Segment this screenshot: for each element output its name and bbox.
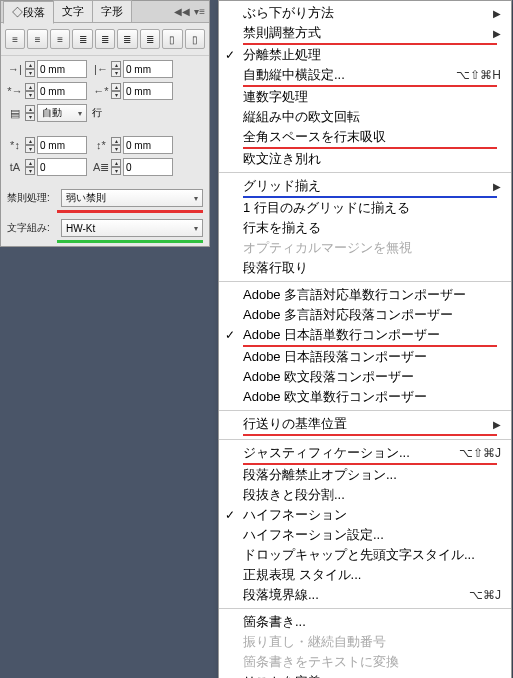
menu-roman-break[interactable]: 欧文泣き別れ — [219, 149, 511, 169]
menu-hyphenation[interactable]: ✓ハイフネーション — [219, 505, 511, 525]
menu-first-line-grid[interactable]: 1 行目のみグリッドに揃える — [219, 198, 511, 218]
indent-left-icon: →| — [7, 63, 23, 75]
check-icon: ✓ — [225, 508, 235, 522]
menu-grep-style[interactable]: 正規表現 スタイル... — [219, 565, 511, 585]
justify-center-button[interactable]: ≣ — [95, 29, 115, 49]
shortcut-label: ⌥⇧⌘H — [456, 68, 501, 82]
menu-optical-margin: オプティカルマージンを無視 — [219, 238, 511, 258]
last-indent-input[interactable] — [123, 82, 173, 100]
space-after-input[interactable] — [123, 136, 173, 154]
last-indent-icon: ←* — [93, 85, 109, 97]
justify-right-button[interactable]: ≣ — [117, 29, 137, 49]
space-before-input[interactable] — [37, 136, 87, 154]
menu-span-split-columns[interactable]: 段抜きと段分割... — [219, 485, 511, 505]
submenu-arrow-icon: ▶ — [493, 8, 501, 19]
menu-burasagari[interactable]: ぶら下がり方法▶ — [219, 3, 511, 23]
unit-label: 行 — [92, 106, 102, 120]
collapse-icon[interactable]: ◀◀ — [174, 6, 190, 17]
justify-left-button[interactable]: ≣ — [72, 29, 92, 49]
align-right-button[interactable]: ≡ — [50, 29, 70, 49]
submenu-arrow-icon: ▶ — [493, 419, 501, 430]
dropcap-lines-input[interactable] — [37, 158, 87, 176]
menu-separator — [219, 172, 511, 173]
justify-full-button[interactable]: ≣ — [140, 29, 160, 49]
align-center-button[interactable]: ≡ — [27, 29, 47, 49]
panel-tabs: ◇段落 文字 字形 ◀◀ ▾≡ — [1, 1, 209, 23]
menu-hyphenation-settings[interactable]: ハイフネーション設定... — [219, 525, 511, 545]
menu-tatechuyoko[interactable]: 自動縦中横設定...⌥⇧⌘H — [219, 65, 511, 85]
submenu-arrow-icon: ▶ — [493, 181, 501, 192]
panel-menu-icon[interactable]: ▾≡ — [194, 6, 205, 17]
menu-dropcap-style[interactable]: ドロップキャップと先頭文字スタイル... — [219, 545, 511, 565]
menu-composer-world-para[interactable]: Adobe 多言語対応段落コンポーザー — [219, 305, 511, 325]
tab-glyph[interactable]: 字形 — [92, 0, 132, 23]
menu-keep-options[interactable]: 段落分離禁止オプション... — [219, 465, 511, 485]
menu-align-line-end[interactable]: 行末を揃える — [219, 218, 511, 238]
menu-fullwidth-absorb[interactable]: 全角スペースを行末吸収 — [219, 127, 511, 147]
menu-grid-align[interactable]: グリッド揃え▶ — [219, 176, 511, 196]
shortcut-label: ⌥⇧⌘J — [459, 446, 501, 460]
align-left-button[interactable]: ≡ — [5, 29, 25, 49]
kinsoku-select[interactable]: 弱い禁則▾ — [61, 189, 203, 207]
kinsoku-label: 禁則処理: — [7, 191, 57, 205]
indent-right-icon: |← — [93, 63, 109, 75]
menu-separator — [219, 281, 511, 282]
menu-bullets[interactable]: 箇条書き... — [219, 612, 511, 632]
stepper[interactable]: ▴▾ — [111, 159, 121, 175]
alignment-row: ≡ ≡ ≡ ≣ ≣ ≣ ≣ ▯ ▯ — [1, 23, 209, 56]
menu-restart-numbering: 振り直し・継続自動番号 — [219, 632, 511, 652]
dropcap-chars-icon: A≣ — [93, 161, 109, 174]
highlight-line — [243, 434, 497, 436]
menu-convert-bullets: 箇条書きをテキストに変換 — [219, 652, 511, 672]
highlight-line — [57, 210, 203, 213]
stepper[interactable]: ▴▾ — [25, 137, 35, 153]
menu-roman-rotate[interactable]: 縦組み中の欧文回転 — [219, 107, 511, 127]
grid-icon: ▤ — [7, 107, 23, 120]
align-away-spine-button[interactable]: ▯ — [185, 29, 205, 49]
menu-separator — [219, 439, 511, 440]
stepper[interactable]: ▴▾ — [25, 83, 35, 99]
menu-separator — [219, 410, 511, 411]
align-spine-button[interactable]: ▯ — [162, 29, 182, 49]
menu-leading-basis[interactable]: 行送りの基準位置▶ — [219, 414, 511, 434]
check-icon: ✓ — [225, 328, 235, 342]
stepper[interactable]: ▴▾ — [111, 137, 121, 153]
menu-bunri-kinshi[interactable]: ✓分離禁止処理 — [219, 45, 511, 65]
stepper[interactable]: ▴▾ — [25, 105, 35, 121]
menu-justification[interactable]: ジャスティフィケーション...⌥⇧⌘J — [219, 443, 511, 463]
stepper[interactable]: ▴▾ — [111, 83, 121, 99]
tab-paragraph[interactable]: ◇段落 — [3, 1, 54, 24]
menu-composer-world-single[interactable]: Adobe 多言語対応単数行コンポーザー — [219, 285, 511, 305]
check-icon: ✓ — [225, 48, 235, 62]
menu-paragraph-gyodori[interactable]: 段落行取り — [219, 258, 511, 278]
submenu-arrow-icon: ▶ — [493, 28, 501, 39]
context-menu: ぶら下がり方法▶ 禁則調整方式▶ ✓分離禁止処理 自動縦中横設定...⌥⇧⌘H … — [218, 0, 512, 678]
indent-left-input[interactable] — [37, 60, 87, 78]
menu-composer-jp-single[interactable]: ✓Adobe 日本語単数行コンポーザー — [219, 325, 511, 345]
stepper[interactable]: ▴▾ — [25, 61, 35, 77]
first-indent-input[interactable] — [37, 82, 87, 100]
menu-define-lists[interactable]: リストを定義... — [219, 672, 511, 678]
mojikumi-select[interactable]: HW-Kt▾ — [61, 219, 203, 237]
menu-kinsoku-adjust[interactable]: 禁則調整方式▶ — [219, 23, 511, 43]
stepper[interactable]: ▴▾ — [111, 61, 121, 77]
menu-paragraph-rules[interactable]: 段落境界線...⌥⌘J — [219, 585, 511, 605]
space-before-icon: *↕ — [7, 139, 23, 151]
menu-composer-jp-para[interactable]: Adobe 日本語段落コンポーザー — [219, 347, 511, 367]
stepper[interactable]: ▴▾ — [25, 159, 35, 175]
shortcut-label: ⌥⌘J — [469, 588, 501, 602]
menu-rensuji[interactable]: 連数字処理 — [219, 87, 511, 107]
auto-select[interactable]: 自動▾ — [37, 104, 87, 122]
menu-separator — [219, 608, 511, 609]
mojikumi-label: 文字組み: — [7, 221, 57, 235]
space-after-icon: ↕* — [93, 139, 109, 151]
first-indent-icon: *→ — [7, 85, 23, 97]
paragraph-panel: ◇段落 文字 字形 ◀◀ ▾≡ ≡ ≡ ≡ ≣ ≣ ≣ ≣ ▯ ▯ →|▴▾ |… — [0, 0, 210, 247]
menu-composer-roman-single[interactable]: Adobe 欧文単数行コンポーザー — [219, 387, 511, 407]
highlight-line — [57, 240, 203, 243]
dropcap-chars-input[interactable] — [123, 158, 173, 176]
menu-composer-roman-para[interactable]: Adobe 欧文段落コンポーザー — [219, 367, 511, 387]
dropcap-lines-icon: tA — [7, 161, 23, 173]
indent-right-input[interactable] — [123, 60, 173, 78]
tab-character[interactable]: 文字 — [53, 0, 93, 23]
